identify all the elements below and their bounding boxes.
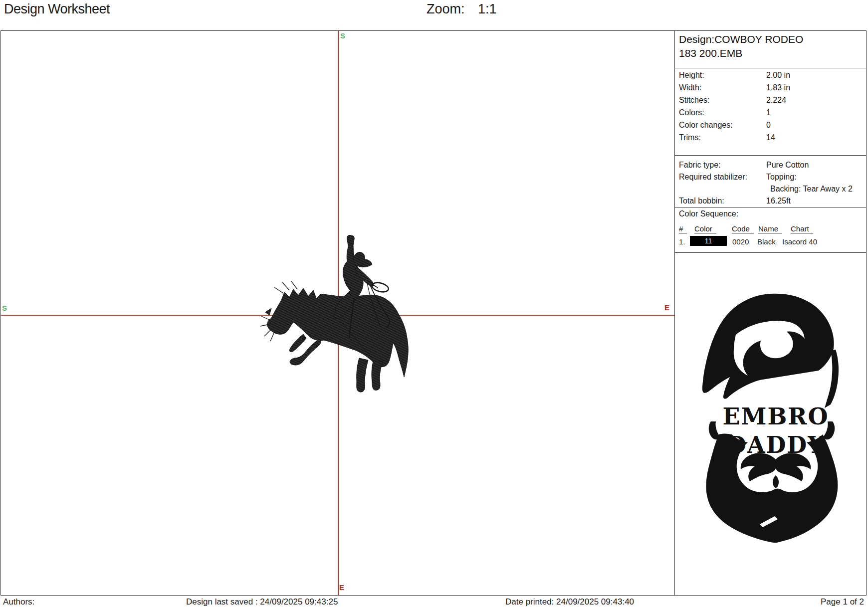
fabric-type-label: Fabric type: [679, 161, 721, 170]
prop-height-value: 2.00 in [766, 71, 790, 80]
page-title: Design Worksheet [4, 1, 110, 17]
marker-start-top: S [340, 32, 345, 39]
horse-hind-leg [357, 358, 368, 392]
color-swatch: 11 [690, 236, 727, 246]
design-title-line2: 183 200.EMB [679, 47, 742, 59]
footer-date-printed: Date printed: 24/09/2025 09:43:40 [505, 597, 634, 607]
design-title-line1: Design:COWBOY RODEO [679, 33, 803, 45]
cs-row-code: 0020 [732, 237, 749, 246]
prop-height-label: Height: [679, 71, 704, 80]
prop-colors-value: 1 [766, 108, 771, 117]
rider-hat-shape [353, 252, 372, 267]
panel-divider-2 [674, 155, 866, 156]
embroidery-design-cowboy-rodeo [239, 214, 419, 399]
logo-text-line2: DADDY [726, 431, 825, 458]
stabilizer-label: Required stabilizer: [679, 173, 747, 182]
canvas-panel-divider [674, 31, 675, 595]
cs-row-num: 1. [679, 237, 685, 246]
footer-page-number: Page 1 of 2 [821, 597, 864, 607]
prop-colors-label: Colors: [679, 108, 704, 117]
prop-colorchanges-label: Color changes: [679, 121, 733, 130]
cs-row-name: Black [757, 237, 776, 246]
fabric-type-value: Pure Cotton [766, 161, 809, 170]
prop-trims-value: 14 [766, 133, 775, 142]
marker-end-right: E [664, 304, 669, 311]
cs-col-name: Name [758, 224, 782, 233]
footer-last-saved: Design last saved : 24/09/2025 09:43:25 [186, 597, 338, 607]
panel-divider-4 [674, 252, 866, 253]
cs-col-color: Color [694, 224, 716, 233]
prop-stitches-value: 2.224 [766, 96, 786, 105]
embro-daddy-logo: EMBRO DADDY [690, 291, 865, 548]
prop-width-value: 1.83 in [766, 83, 790, 92]
horse-front-leg-2 [289, 334, 306, 352]
cs-row-chart: Isacord 40 [782, 237, 817, 246]
bobbin-value: 16.25ft [766, 197, 791, 205]
prop-colorchanges-value: 0 [766, 121, 771, 130]
cs-col-code: Code [732, 224, 754, 233]
panel-divider-3 [674, 207, 866, 207]
horse-body-shape [267, 288, 409, 377]
panel-divider-1 [674, 68, 866, 68]
cs-col-num: # [679, 224, 687, 233]
worksheet-frame: S S E E [0, 30, 867, 596]
lasso-loop [371, 281, 389, 294]
muzzle-tuft [265, 308, 271, 315]
stabilizer-topping: Topping: [766, 173, 797, 182]
prop-stitches-label: Stitches: [679, 96, 709, 105]
marker-start-left: S [2, 304, 7, 312]
zoom-label: Zoom: [427, 1, 465, 17]
bobbin-label: Total bobbin: [679, 197, 724, 205]
prop-trims-label: Trims: [679, 133, 701, 142]
footer-authors: Authors: [3, 597, 34, 607]
cs-col-chart: Chart [791, 224, 813, 233]
marker-end-bottom: E [339, 584, 344, 591]
zoom-value: 1:1 [478, 1, 497, 17]
color-sequence-title: Color Sequence: [679, 209, 738, 218]
stabilizer-backing: Backing: Tear Away x 2 [770, 185, 853, 194]
horse-hind-leg-2 [372, 361, 383, 390]
logo-text-line1: EMBRO [722, 403, 829, 430]
prop-width-label: Width: [679, 83, 701, 92]
